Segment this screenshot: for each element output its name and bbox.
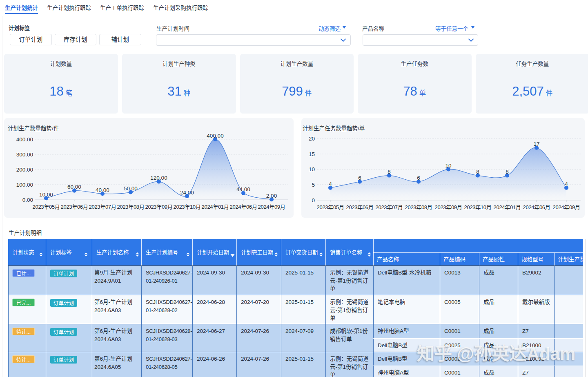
svg-text:6: 6 xyxy=(417,175,420,181)
svg-text:10: 10 xyxy=(309,166,315,172)
svg-text:2024年09月: 2024年09月 xyxy=(553,204,580,210)
svg-text:10: 10 xyxy=(445,163,451,169)
svg-text:8: 8 xyxy=(388,169,391,175)
svg-text:0: 0 xyxy=(312,197,315,203)
svg-text:8: 8 xyxy=(476,169,479,175)
svg-text:0.00: 0.00 xyxy=(22,197,33,203)
svg-text:2023年10月: 2023年10月 xyxy=(174,204,201,210)
svg-text:400.00: 400.00 xyxy=(207,133,223,139)
svg-text:2024年06月: 2024年06月 xyxy=(230,204,257,210)
svg-text:2024年09月: 2024年09月 xyxy=(258,204,285,210)
svg-text:2.00: 2.00 xyxy=(266,193,277,199)
svg-text:4: 4 xyxy=(565,181,568,187)
svg-text:2023年05月: 2023年05月 xyxy=(317,204,344,210)
svg-text:200.00: 200.00 xyxy=(16,167,33,173)
svg-text:10.00: 10.00 xyxy=(39,192,53,198)
svg-text:20: 20 xyxy=(309,136,315,142)
svg-text:400.00: 400.00 xyxy=(16,136,33,143)
svg-text:2023年09月: 2023年09月 xyxy=(435,204,462,210)
svg-text:5: 5 xyxy=(312,182,315,188)
svg-text:50.00: 50.00 xyxy=(124,185,138,192)
svg-text:2024年01月: 2024年01月 xyxy=(494,204,521,210)
svg-text:100.00: 100.00 xyxy=(16,182,33,188)
svg-text:120.00: 120.00 xyxy=(150,175,167,181)
svg-text:2023年08月: 2023年08月 xyxy=(117,204,145,210)
svg-text:2023年07月: 2023年07月 xyxy=(89,204,116,210)
svg-text:8: 8 xyxy=(506,169,509,175)
svg-text:2023年06月: 2023年06月 xyxy=(346,204,374,210)
svg-text:2024年06月: 2024年06月 xyxy=(523,204,550,210)
svg-text:15: 15 xyxy=(309,151,315,157)
svg-text:2023年10月: 2023年10月 xyxy=(464,204,492,210)
svg-text:2023年08月: 2023年08月 xyxy=(405,204,432,210)
svg-text:40.00: 40.00 xyxy=(96,187,109,193)
svg-text:2023年09月: 2023年09月 xyxy=(145,204,173,210)
svg-text:4: 4 xyxy=(329,181,332,187)
svg-text:2023年07月: 2023年07月 xyxy=(376,204,403,210)
svg-text:17: 17 xyxy=(533,141,539,147)
svg-text:6: 6 xyxy=(358,175,361,181)
svg-text:44.00: 44.00 xyxy=(236,186,250,192)
svg-text:300.00: 300.00 xyxy=(16,152,33,158)
svg-text:2023年06月: 2023年06月 xyxy=(61,204,88,210)
svg-text:2024年01月: 2024年01月 xyxy=(202,204,229,210)
svg-text:2023年05月: 2023年05月 xyxy=(33,204,60,210)
svg-text:60.00: 60.00 xyxy=(67,184,81,190)
svg-text:24.00: 24.00 xyxy=(180,190,194,196)
